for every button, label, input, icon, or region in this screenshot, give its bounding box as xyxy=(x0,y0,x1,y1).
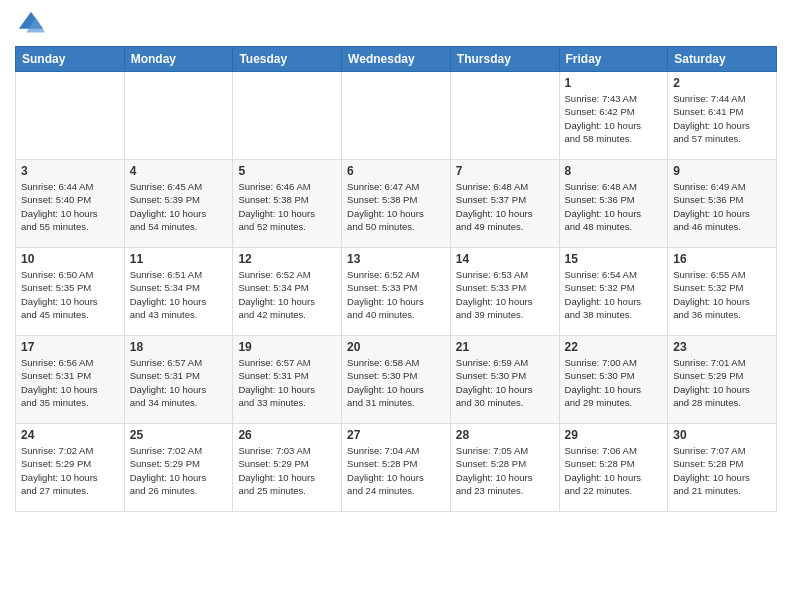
day-number: 21 xyxy=(456,340,554,354)
day-info: Sunrise: 7:01 AM Sunset: 5:29 PM Dayligh… xyxy=(673,356,771,409)
day-number: 5 xyxy=(238,164,336,178)
day-info: Sunrise: 7:02 AM Sunset: 5:29 PM Dayligh… xyxy=(130,444,228,497)
day-number: 4 xyxy=(130,164,228,178)
calendar-cell: 4Sunrise: 6:45 AM Sunset: 5:39 PM Daylig… xyxy=(124,160,233,248)
day-number: 14 xyxy=(456,252,554,266)
calendar-cell: 28Sunrise: 7:05 AM Sunset: 5:28 PM Dayli… xyxy=(450,424,559,512)
day-number: 30 xyxy=(673,428,771,442)
weekday-header: Tuesday xyxy=(233,47,342,72)
weekday-header: Saturday xyxy=(668,47,777,72)
calendar-cell: 25Sunrise: 7:02 AM Sunset: 5:29 PM Dayli… xyxy=(124,424,233,512)
calendar-cell: 29Sunrise: 7:06 AM Sunset: 5:28 PM Dayli… xyxy=(559,424,668,512)
day-number: 23 xyxy=(673,340,771,354)
calendar-cell: 7Sunrise: 6:48 AM Sunset: 5:37 PM Daylig… xyxy=(450,160,559,248)
day-info: Sunrise: 7:00 AM Sunset: 5:30 PM Dayligh… xyxy=(565,356,663,409)
logo xyxy=(15,10,45,38)
day-number: 16 xyxy=(673,252,771,266)
calendar-cell: 15Sunrise: 6:54 AM Sunset: 5:32 PM Dayli… xyxy=(559,248,668,336)
day-info: Sunrise: 6:57 AM Sunset: 5:31 PM Dayligh… xyxy=(130,356,228,409)
day-number: 3 xyxy=(21,164,119,178)
weekday-header: Thursday xyxy=(450,47,559,72)
day-info: Sunrise: 6:52 AM Sunset: 5:34 PM Dayligh… xyxy=(238,268,336,321)
day-info: Sunrise: 7:03 AM Sunset: 5:29 PM Dayligh… xyxy=(238,444,336,497)
calendar-cell: 5Sunrise: 6:46 AM Sunset: 5:38 PM Daylig… xyxy=(233,160,342,248)
calendar-cell: 1Sunrise: 7:43 AM Sunset: 6:42 PM Daylig… xyxy=(559,72,668,160)
weekday-header: Friday xyxy=(559,47,668,72)
day-info: Sunrise: 7:06 AM Sunset: 5:28 PM Dayligh… xyxy=(565,444,663,497)
calendar-cell: 9Sunrise: 6:49 AM Sunset: 5:36 PM Daylig… xyxy=(668,160,777,248)
calendar-cell xyxy=(233,72,342,160)
calendar-cell: 21Sunrise: 6:59 AM Sunset: 5:30 PM Dayli… xyxy=(450,336,559,424)
calendar-cell xyxy=(450,72,559,160)
calendar-cell: 23Sunrise: 7:01 AM Sunset: 5:29 PM Dayli… xyxy=(668,336,777,424)
day-info: Sunrise: 6:57 AM Sunset: 5:31 PM Dayligh… xyxy=(238,356,336,409)
weekday-header: Monday xyxy=(124,47,233,72)
day-number: 2 xyxy=(673,76,771,90)
page-header xyxy=(15,10,777,38)
day-number: 1 xyxy=(565,76,663,90)
day-info: Sunrise: 6:56 AM Sunset: 5:31 PM Dayligh… xyxy=(21,356,119,409)
calendar-cell: 16Sunrise: 6:55 AM Sunset: 5:32 PM Dayli… xyxy=(668,248,777,336)
calendar-week-row: 24Sunrise: 7:02 AM Sunset: 5:29 PM Dayli… xyxy=(16,424,777,512)
calendar-cell: 8Sunrise: 6:48 AM Sunset: 5:36 PM Daylig… xyxy=(559,160,668,248)
day-info: Sunrise: 6:44 AM Sunset: 5:40 PM Dayligh… xyxy=(21,180,119,233)
day-number: 22 xyxy=(565,340,663,354)
calendar-header-row: SundayMondayTuesdayWednesdayThursdayFrid… xyxy=(16,47,777,72)
day-info: Sunrise: 6:50 AM Sunset: 5:35 PM Dayligh… xyxy=(21,268,119,321)
day-number: 29 xyxy=(565,428,663,442)
day-number: 27 xyxy=(347,428,445,442)
calendar-cell: 3Sunrise: 6:44 AM Sunset: 5:40 PM Daylig… xyxy=(16,160,125,248)
calendar-cell: 26Sunrise: 7:03 AM Sunset: 5:29 PM Dayli… xyxy=(233,424,342,512)
day-number: 9 xyxy=(673,164,771,178)
day-info: Sunrise: 6:54 AM Sunset: 5:32 PM Dayligh… xyxy=(565,268,663,321)
day-number: 12 xyxy=(238,252,336,266)
calendar-cell: 2Sunrise: 7:44 AM Sunset: 6:41 PM Daylig… xyxy=(668,72,777,160)
calendar-cell: 13Sunrise: 6:52 AM Sunset: 5:33 PM Dayli… xyxy=(342,248,451,336)
day-info: Sunrise: 6:52 AM Sunset: 5:33 PM Dayligh… xyxy=(347,268,445,321)
calendar-cell: 22Sunrise: 7:00 AM Sunset: 5:30 PM Dayli… xyxy=(559,336,668,424)
weekday-header: Wednesday xyxy=(342,47,451,72)
day-info: Sunrise: 6:45 AM Sunset: 5:39 PM Dayligh… xyxy=(130,180,228,233)
logo-icon xyxy=(17,10,45,38)
weekday-header: Sunday xyxy=(16,47,125,72)
calendar-cell: 27Sunrise: 7:04 AM Sunset: 5:28 PM Dayli… xyxy=(342,424,451,512)
calendar-cell xyxy=(342,72,451,160)
day-number: 15 xyxy=(565,252,663,266)
day-info: Sunrise: 6:46 AM Sunset: 5:38 PM Dayligh… xyxy=(238,180,336,233)
calendar-cell: 24Sunrise: 7:02 AM Sunset: 5:29 PM Dayli… xyxy=(16,424,125,512)
day-number: 26 xyxy=(238,428,336,442)
day-number: 19 xyxy=(238,340,336,354)
calendar-cell: 11Sunrise: 6:51 AM Sunset: 5:34 PM Dayli… xyxy=(124,248,233,336)
day-number: 28 xyxy=(456,428,554,442)
calendar-week-row: 10Sunrise: 6:50 AM Sunset: 5:35 PM Dayli… xyxy=(16,248,777,336)
calendar-week-row: 17Sunrise: 6:56 AM Sunset: 5:31 PM Dayli… xyxy=(16,336,777,424)
calendar-cell: 10Sunrise: 6:50 AM Sunset: 5:35 PM Dayli… xyxy=(16,248,125,336)
day-number: 20 xyxy=(347,340,445,354)
day-info: Sunrise: 6:55 AM Sunset: 5:32 PM Dayligh… xyxy=(673,268,771,321)
day-info: Sunrise: 7:02 AM Sunset: 5:29 PM Dayligh… xyxy=(21,444,119,497)
calendar-table: SundayMondayTuesdayWednesdayThursdayFrid… xyxy=(15,46,777,512)
day-number: 25 xyxy=(130,428,228,442)
day-number: 6 xyxy=(347,164,445,178)
day-info: Sunrise: 6:59 AM Sunset: 5:30 PM Dayligh… xyxy=(456,356,554,409)
day-number: 11 xyxy=(130,252,228,266)
day-number: 8 xyxy=(565,164,663,178)
calendar-cell: 30Sunrise: 7:07 AM Sunset: 5:28 PM Dayli… xyxy=(668,424,777,512)
day-info: Sunrise: 7:44 AM Sunset: 6:41 PM Dayligh… xyxy=(673,92,771,145)
day-info: Sunrise: 6:48 AM Sunset: 5:36 PM Dayligh… xyxy=(565,180,663,233)
day-number: 17 xyxy=(21,340,119,354)
calendar-cell: 6Sunrise: 6:47 AM Sunset: 5:38 PM Daylig… xyxy=(342,160,451,248)
day-info: Sunrise: 7:04 AM Sunset: 5:28 PM Dayligh… xyxy=(347,444,445,497)
calendar-cell xyxy=(124,72,233,160)
calendar-cell: 19Sunrise: 6:57 AM Sunset: 5:31 PM Dayli… xyxy=(233,336,342,424)
calendar-cell: 14Sunrise: 6:53 AM Sunset: 5:33 PM Dayli… xyxy=(450,248,559,336)
day-number: 7 xyxy=(456,164,554,178)
day-number: 18 xyxy=(130,340,228,354)
day-info: Sunrise: 6:49 AM Sunset: 5:36 PM Dayligh… xyxy=(673,180,771,233)
day-info: Sunrise: 6:58 AM Sunset: 5:30 PM Dayligh… xyxy=(347,356,445,409)
calendar-cell: 17Sunrise: 6:56 AM Sunset: 5:31 PM Dayli… xyxy=(16,336,125,424)
day-info: Sunrise: 7:43 AM Sunset: 6:42 PM Dayligh… xyxy=(565,92,663,145)
day-info: Sunrise: 7:07 AM Sunset: 5:28 PM Dayligh… xyxy=(673,444,771,497)
day-info: Sunrise: 6:47 AM Sunset: 5:38 PM Dayligh… xyxy=(347,180,445,233)
day-number: 24 xyxy=(21,428,119,442)
